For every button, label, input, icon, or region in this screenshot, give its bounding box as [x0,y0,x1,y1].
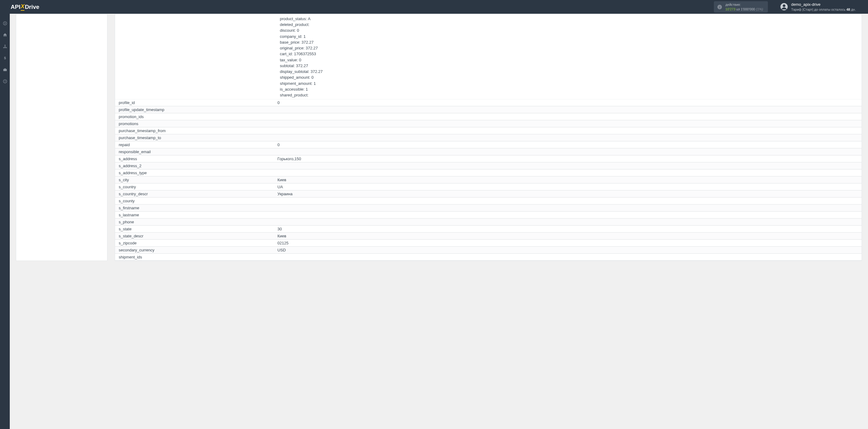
row-key: s_zipcode [119,241,277,245]
row-value [277,199,856,203]
row-value: Украина [277,192,856,196]
logo[interactable]: API X Drive [11,3,39,11]
sidebar-item-billing[interactable]: $ [0,52,10,64]
svg-text:?: ? [4,80,6,83]
table-row: s_county [115,197,862,204]
svg-text:$: $ [4,56,6,60]
product-details-block: product_status: Adeleted_product:discoun… [115,16,862,98]
product-detail-line: base_price: 372.27 [280,39,856,45]
sidebar-item-connections[interactable] [0,41,10,52]
table-row: s_phone [115,219,862,226]
info-icon: i [717,4,722,10]
row-key: profile_id [119,100,277,105]
product-detail-line: shipped_amount: 0 [280,74,856,80]
svg-point-7 [4,47,5,48]
row-value [277,206,856,210]
actions-pct: (1%) [755,7,763,11]
row-key: s_state [119,227,277,231]
svg-point-4 [3,21,6,25]
row-key: shipment_ids [119,255,277,259]
right-panel: product_status: Adeleted_product:discoun… [115,14,862,261]
row-key: secondary_currency [119,248,277,252]
product-detail-line: company_id: 1 [280,34,856,39]
table-row: s_lastname [115,211,862,219]
actions-label: действия: [725,2,763,7]
sidebar-item-help[interactable]: ? [0,75,10,87]
row-value: 30 [277,227,856,231]
product-detail-line: shipment_amount: 1 [280,80,856,86]
row-value [277,128,856,133]
sidebar-item-expand[interactable] [0,18,10,29]
row-key: s_lastname [119,213,277,217]
row-value: Горького,150 [277,157,856,161]
row-key: repaid [119,142,277,147]
user-tariff: Тариф |Старт| до оплаты осталось 48 дн. [791,7,856,12]
table-row: s_cityКиев [115,176,862,184]
row-value: USD [277,248,856,252]
row-value [277,213,856,217]
product-detail-line: product_status: A [280,16,856,22]
table-row: s_state_descrКиев [115,232,862,239]
table-row: secondary_currencyUSD [115,246,862,254]
product-detail-line: subtotal: 372.27 [280,63,856,69]
actions-of: из [736,7,741,11]
app-header: API X Drive i действия: 10'273 из 1'000'… [0,0,868,14]
table-row: s_state30 [115,226,862,232]
row-key: s_address [119,157,277,161]
row-value [277,220,856,224]
row-key: responsible_email [119,150,277,154]
sidebar-item-tools[interactable] [0,64,10,75]
table-row: purchase_timestamp_from [115,127,862,134]
sidebar-item-home[interactable] [0,29,10,41]
row-key: s_address_type [119,171,277,175]
row-value: 0 [277,100,856,105]
table-row: s_countryUA [115,184,862,190]
row-value [277,122,856,126]
logo-text-x: X [21,3,25,11]
table-row: promotion_ids [115,113,862,120]
table-row: s_addressГорького,150 [115,155,862,162]
table-row: profile_update_timestamp [115,106,862,113]
table-row: profile_id0 [115,99,862,106]
main-content: product_status: Adeleted_product:discoun… [10,14,868,261]
row-value [277,164,856,168]
svg-rect-10 [3,69,6,71]
row-value: Киев [277,177,856,182]
actions-total: 1'000'000 [741,7,755,11]
row-value [277,171,856,175]
table-row: responsible_email [115,148,862,155]
svg-point-5 [4,44,5,45]
table-row: promotions [115,120,862,127]
logo-text-api: API [11,4,21,10]
svg-text:i: i [719,5,720,8]
row-key: s_firstname [119,206,277,210]
card-wrapper: product_status: Adeleted_product:discoun… [16,14,862,261]
actions-text: действия: 10'273 из 1'000'000 (1%) [725,2,763,11]
table-row: s_zipcode02125 [115,239,862,246]
row-key: purchase_timestamp_to [119,135,277,140]
row-key: s_phone [119,220,277,224]
table-row: s_firstname [115,204,862,211]
actions-counter[interactable]: i действия: 10'273 из 1'000'000 (1%) [714,1,768,12]
user-name: demo_apix-drive [791,2,856,7]
data-table: profile_id0profile_update_timestamppromo… [115,99,862,261]
row-key: profile_update_timestamp [119,107,277,112]
svg-rect-11 [4,68,6,69]
user-menu[interactable]: demo_apix-drive Тариф |Старт| до оплаты … [780,2,856,11]
user-text: demo_apix-drive Тариф |Старт| до оплаты … [791,2,856,11]
sidebar: $ ? [0,14,10,261]
row-value: UA [277,185,856,189]
row-key: purchase_timestamp_from [119,128,277,133]
svg-point-3 [783,5,785,7]
row-value [277,135,856,140]
left-panel [16,14,107,261]
row-key: s_city [119,177,277,182]
row-key: promotions [119,122,277,126]
row-key: s_country_descr [119,192,277,196]
row-key: s_country [119,185,277,189]
avatar-icon [780,3,788,11]
table-row: s_address_2 [115,162,862,169]
row-key: s_address_2 [119,164,277,168]
row-key: promotion_ids [119,114,277,119]
table-row: s_country_descrУкраина [115,190,862,197]
